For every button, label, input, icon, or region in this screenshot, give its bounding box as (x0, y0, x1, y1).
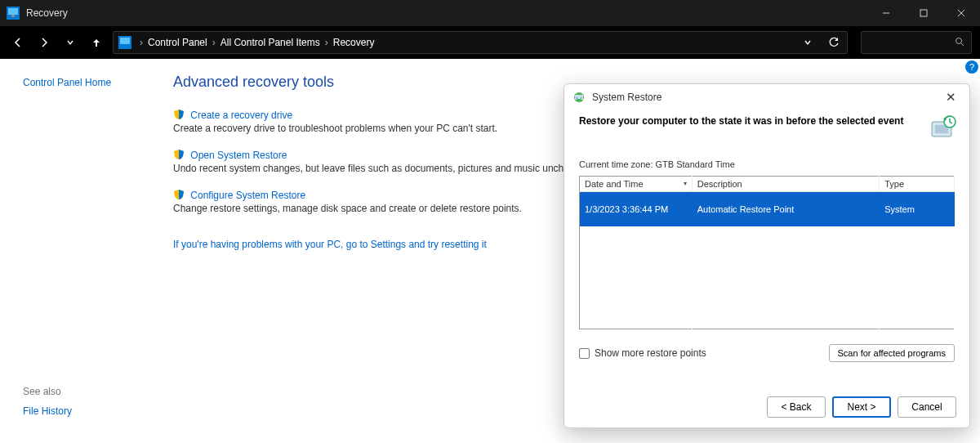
dialog-title: System Restore (592, 92, 662, 103)
navbar: › Control Panel › All Control Panel Item… (0, 26, 980, 59)
recovery-window: Recovery › Control Panel › All Control P… (0, 0, 980, 443)
scan-affected-button[interactable]: Scan for affected programs (829, 344, 955, 362)
forward-button[interactable] (34, 33, 54, 52)
sidebar: Control Panel Home See also File History (0, 59, 163, 88)
sort-desc-icon: ▾ (684, 180, 687, 187)
breadcrumb-item[interactable]: Recovery (332, 37, 376, 48)
separator-icon: › (322, 37, 332, 48)
restore-point-row[interactable]: 1/3/2023 3:36:44 PM Automatic Restore Po… (580, 192, 955, 226)
search-icon (955, 37, 964, 49)
shield-icon (173, 149, 185, 160)
dialog-heading: Restore your computer to the state it wa… (579, 115, 955, 127)
address-bar[interactable]: › Control Panel › All Control Panel Item… (113, 31, 848, 54)
cell-type: System (880, 192, 955, 226)
show-more-label[interactable]: Show more restore points (595, 347, 706, 359)
breadcrumb-item[interactable]: Control Panel (146, 37, 209, 48)
cell-description: Automatic Restore Point (692, 192, 880, 226)
svg-rect-2 (11, 15, 15, 17)
cell-date: 1/3/2023 3:36:44 PM (580, 192, 693, 226)
system-restore-dialog: System Restore ✕ Restore your computer t… (564, 83, 970, 428)
cancel-button[interactable]: Cancel (898, 396, 956, 418)
maximize-button[interactable] (905, 0, 942, 26)
breadcrumb-item[interactable]: All Control Panel Items (219, 37, 322, 48)
shield-icon (173, 109, 185, 120)
dialog-body: Restore your computer to the state it wa… (564, 110, 969, 372)
dialog-titlebar: System Restore ✕ (564, 84, 969, 110)
separator-icon: › (209, 37, 219, 48)
history-dropdown-icon[interactable] (798, 33, 817, 52)
help-button[interactable]: ? (965, 60, 978, 74)
system-restore-icon (572, 91, 586, 104)
window-title: Recovery (26, 7, 68, 19)
configure-system-restore-link[interactable]: Configure System Restore (190, 190, 305, 201)
app-icon (7, 7, 20, 20)
shield-icon (173, 189, 185, 200)
column-description[interactable]: Description (692, 177, 880, 192)
see-also-section: See also File History (23, 386, 72, 417)
timezone-label: Current time zone: GTB Standard Time (579, 159, 955, 169)
see-also-header: See also (23, 386, 72, 397)
column-date[interactable]: Date and Time▾ (580, 177, 693, 192)
dialog-close-button[interactable]: ✕ (941, 88, 961, 106)
separator-icon: › (136, 37, 146, 48)
location-icon (118, 36, 131, 49)
back-button[interactable] (8, 33, 28, 52)
up-button[interactable] (87, 33, 106, 52)
window-controls (867, 0, 980, 26)
search-input[interactable] (861, 31, 972, 54)
reset-pc-link[interactable]: If you're having problems with your PC, … (173, 239, 487, 250)
open-system-restore-link[interactable]: Open System Restore (190, 150, 287, 161)
recent-dropdown[interactable] (60, 33, 80, 52)
svg-line-10 (961, 43, 964, 46)
refresh-button[interactable] (824, 33, 844, 52)
create-recovery-drive-link[interactable]: Create a recovery drive (190, 110, 292, 121)
show-more-checkbox[interactable] (579, 348, 590, 359)
close-button[interactable] (942, 0, 980, 26)
restore-big-icon (929, 114, 958, 143)
file-history-link[interactable]: File History (23, 405, 72, 417)
control-panel-home-link[interactable]: Control Panel Home (23, 77, 111, 88)
dialog-footer: < Back Next > Cancel (767, 396, 956, 418)
svg-point-9 (956, 38, 962, 43)
minimize-button[interactable] (867, 0, 905, 26)
back-button[interactable]: < Back (767, 396, 826, 418)
restore-points-table[interactable]: Date and Time▾ Description Type 1/3/2023… (579, 176, 955, 329)
svg-rect-4 (920, 10, 927, 16)
dialog-options-row: Show more restore points Scan for affect… (579, 344, 955, 362)
svg-rect-1 (8, 8, 18, 15)
column-type[interactable]: Type (880, 177, 955, 192)
titlebar: Recovery (0, 0, 980, 26)
next-button[interactable]: Next > (832, 396, 891, 418)
svg-rect-8 (120, 38, 130, 44)
